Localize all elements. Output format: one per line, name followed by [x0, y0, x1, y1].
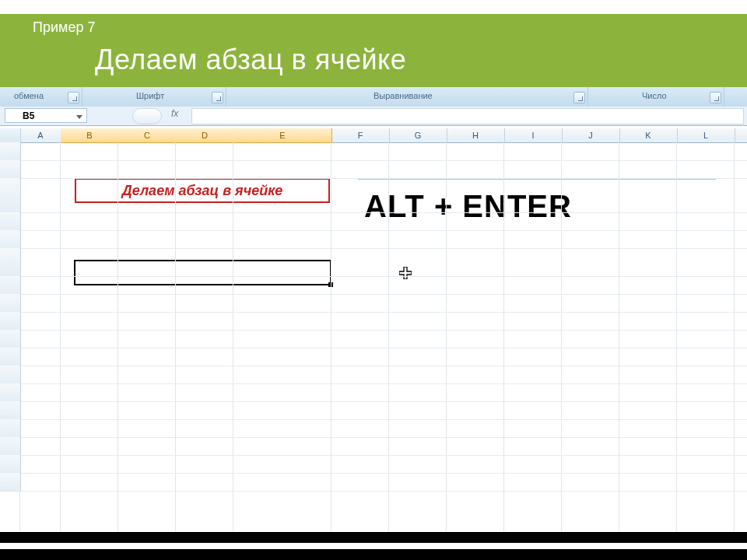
title-banner: Пример 7 Делаем абзац в ячейке [0, 14, 747, 87]
row-header[interactable] [0, 401, 21, 420]
row-header[interactable] [0, 294, 21, 313]
column-headers: ABCDEFGHIJKL [0, 128, 747, 143]
column-header-F[interactable]: F [331, 128, 390, 142]
row-header[interactable] [0, 312, 21, 331]
row-header[interactable] [0, 330, 21, 348]
slide-title: Делаем абзац в ячейке [95, 44, 406, 76]
row-header[interactable] [0, 455, 21, 474]
column-header-D[interactable]: D [176, 128, 234, 143]
column-header-B[interactable]: B [61, 128, 119, 143]
cell-b2-merged[interactable]: Делаем абзац в ячейке [75, 178, 330, 203]
ribbon-group-label: Шрифт [136, 87, 164, 105]
dialog-launcher-icon[interactable] [573, 92, 585, 103]
name-box[interactable]: B5 [5, 108, 87, 123]
row-header[interactable] [0, 348, 21, 366]
fx-icon[interactable]: fx [171, 108, 178, 119]
row-header[interactable] [0, 230, 21, 249]
ribbon-group-Выравнивание: Выравнивание [226, 87, 588, 107]
ribbon-group-label: обмена [14, 87, 44, 105]
ribbon-groups: обменаШрифтВыравниваниеЧисло [0, 87, 747, 107]
row-header[interactable] [0, 276, 21, 295]
dialog-launcher-icon[interactable] [212, 92, 223, 103]
row-header[interactable] [0, 473, 21, 492]
column-header-H[interactable]: H [447, 128, 505, 142]
column-header-J[interactable]: J [562, 128, 620, 142]
spreadsheet-grid[interactable]: Делаем абзац в ячейке ALT + ENTER [0, 142, 747, 531]
column-header-G[interactable]: G [389, 128, 447, 142]
plus-cursor-icon [399, 267, 412, 279]
dialog-launcher-icon[interactable] [710, 92, 721, 103]
select-all-corner[interactable] [0, 128, 21, 143]
row-header[interactable] [0, 160, 21, 179]
row-header[interactable] [0, 437, 21, 456]
row-header[interactable] [0, 142, 21, 161]
example-number: Пример 7 [33, 19, 95, 36]
column-header-A[interactable]: A [20, 128, 61, 142]
dialog-launcher-icon[interactable] [68, 92, 79, 103]
column-header-I[interactable]: I [504, 128, 563, 142]
row-header[interactable] [0, 383, 21, 402]
column-header-C[interactable]: C [118, 128, 177, 143]
footer-bar-2 [0, 549, 747, 560]
row-header[interactable] [0, 366, 21, 384]
column-header-E[interactable]: E [233, 128, 332, 143]
ribbon-group-обмена: обмена [0, 87, 82, 107]
footer-bar-1 [0, 532, 747, 543]
active-cell-selection[interactable] [74, 260, 331, 285]
formula-bar-cancel-icon[interactable] [132, 108, 162, 124]
column-header-K[interactable]: K [619, 128, 678, 142]
row-header[interactable] [0, 248, 21, 277]
ribbon-group-label: Выравнивание [374, 87, 433, 105]
ribbon-group-Шрифт: Шрифт [82, 87, 226, 107]
row-header[interactable] [0, 178, 21, 213]
ribbon-group-Число: Число [587, 87, 724, 107]
row-header[interactable] [0, 419, 21, 438]
formula-bar: B5 fx [0, 107, 747, 126]
big-hint-text: ALT + ENTER [364, 189, 572, 224]
ribbon-group-label: Число [642, 87, 667, 105]
formula-input[interactable] [191, 108, 744, 124]
column-header-L[interactable]: L [677, 128, 735, 142]
row-header[interactable] [0, 212, 21, 231]
